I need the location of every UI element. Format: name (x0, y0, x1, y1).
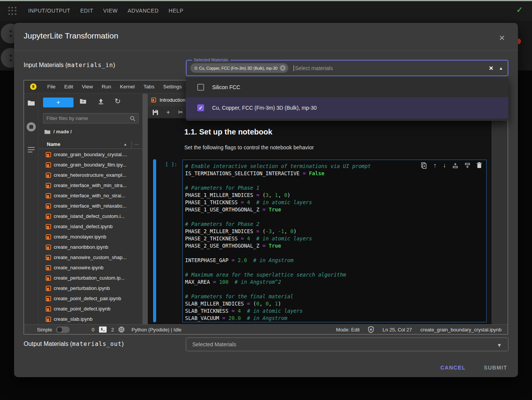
upload-icon[interactable] (98, 98, 104, 104)
check-icon[interactable]: ✓ (516, 5, 523, 14)
cancel-button[interactable]: CANCEL (440, 365, 465, 371)
file-row[interactable]: create_monolayer.ipynb (38, 232, 142, 242)
kernel-count[interactable]: 2 (111, 327, 114, 333)
jupyter-menu-item[interactable]: Settings (163, 84, 182, 90)
file-row[interactable]: create_slab.ipynb (38, 314, 142, 324)
file-row[interactable]: create_perturbation_custom.ip... (38, 273, 142, 283)
move-cell-down-icon[interactable]: ↓ (443, 162, 446, 169)
file-row[interactable]: create_nanowire.ipynb (38, 262, 142, 273)
trust-shield-icon[interactable] (368, 326, 374, 333)
delete-cell-icon[interactable] (477, 162, 482, 168)
jupyter-menu-item[interactable]: Edit (64, 84, 73, 90)
file-row[interactable]: create_grain_boundary_film.ipy... (38, 160, 142, 170)
save-icon[interactable] (152, 109, 158, 115)
file-row[interactable]: create_point_defect.ipynb (38, 304, 142, 314)
jupyter-menu-item[interactable]: Kernel (120, 84, 135, 90)
select-materials-input[interactable]: Select materials (294, 65, 333, 71)
cut-cells-icon[interactable]: ✂ (178, 109, 183, 116)
app-menu-item[interactable]: EDIT (80, 8, 93, 14)
insert-cell-above-icon[interactable] (452, 163, 458, 168)
file-row[interactable]: create_interface_with_no_strai... (38, 190, 142, 201)
file-list-header[interactable]: Name ▲ ⋯ (38, 140, 142, 149)
close-icon[interactable]: × (496, 32, 508, 43)
cursor-position[interactable]: Ln 25, Col 27 (382, 327, 412, 333)
panel-splitter[interactable] (142, 94, 148, 324)
running-kernels-icon[interactable] (26, 122, 36, 132)
kernel-status[interactable]: Python (Pyodide) | Idle (131, 327, 181, 333)
app-grid-logo-icon[interactable] (8, 7, 17, 15)
notebook-icon (46, 265, 51, 270)
input-materials-label: Input Materials (materials_in) (24, 62, 115, 69)
notebook-icon (46, 275, 51, 281)
cell-prompt: [ ]: (165, 162, 177, 167)
simple-mode-label: Simple (37, 327, 52, 333)
kernel-chip-icon[interactable] (118, 326, 125, 333)
notebook-icon (46, 296, 51, 301)
file-row[interactable]: create_heterostructure_exampl... (38, 170, 142, 180)
notebook-icon (46, 152, 51, 157)
select-legend: Selected Materials (192, 58, 230, 62)
notebook-icon (46, 306, 51, 312)
app-menu-item[interactable]: ADVANCED (128, 8, 159, 14)
more-columns-icon[interactable]: ⋯ (134, 142, 139, 147)
material-chip[interactable]: 0: Cu, Copper, FCC (Fm-3m) 3D (Bulk), mp… (190, 63, 288, 73)
terminal-count[interactable]: 0 (92, 327, 94, 333)
app-menu-item[interactable]: INPUT/OUTPUT (28, 8, 70, 14)
notebook-icon (46, 317, 51, 322)
svg-text:+: + (82, 100, 84, 104)
file-row[interactable]: create_nanowire_custom_shap... (38, 252, 142, 262)
jupyter-menu-item[interactable]: File (47, 84, 56, 90)
app-menu-item[interactable]: HELP (169, 8, 184, 14)
caret-down-icon[interactable]: ▼ (497, 342, 502, 348)
jupyterlite-logo-icon (30, 83, 37, 90)
notebook-content[interactable]: 1.1. Set up the notebook Set the followi… (148, 118, 492, 324)
clear-icon[interactable]: × (489, 64, 493, 72)
chip-remove-icon[interactable]: × (280, 65, 286, 71)
notebook-icon (46, 183, 51, 188)
file-row[interactable]: create_interface_with_min_stra... (38, 180, 142, 190)
file-row[interactable]: create_grain_boundary_crystal.... (38, 149, 142, 160)
code-editor[interactable]: # Enable interactive selection of termin… (185, 163, 371, 322)
insert-cell-icon[interactable]: + (166, 109, 170, 116)
dropdown-option-cu-copper[interactable]: ✓ Cu, Copper, FCC (Fm-3m) 3D (Bulk), mp-… (186, 97, 508, 118)
table-of-contents-icon[interactable] (27, 146, 35, 153)
file-row[interactable]: create_interface_with_relaxatio... (38, 201, 142, 211)
output-materials-select[interactable]: Selected Materials ▼ (186, 338, 508, 351)
file-row[interactable]: create_island_defect.ipynb (38, 221, 142, 232)
divider (14, 50, 518, 51)
move-cell-up-icon[interactable]: ↑ (433, 162, 436, 169)
selected-materials-select[interactable]: Selected Materials 0: Cu, Copper, FCC (F… (186, 60, 508, 76)
jupyter-menu-item[interactable]: View (82, 84, 93, 90)
jupyter-status-bar: Simple 0 $_ 2 Python (Pyodide) | Idle Mo… (24, 324, 508, 334)
file-browser-icon[interactable] (27, 100, 35, 106)
duplicate-cell-icon[interactable] (421, 162, 427, 169)
notebook-icon (46, 234, 51, 240)
code-cell[interactable]: # Enable interactive selection of termin… (182, 160, 487, 322)
caret-up-icon[interactable]: ▲ (499, 66, 503, 70)
material-chip-label: 0: Cu, Copper, FCC (Fm-3m) 3D (Bulk), mp… (195, 66, 278, 70)
file-row[interactable]: create_nanoribbon.ipynb (38, 242, 142, 252)
breadcrumb[interactable]: / made / (45, 129, 72, 134)
simple-mode-toggle[interactable] (56, 326, 70, 333)
terminal-icon[interactable]: $_ (99, 326, 107, 333)
selected-cell-indicator (153, 159, 156, 322)
insert-cell-below-icon[interactable] (465, 163, 470, 168)
notebook-icon (46, 193, 51, 198)
refresh-icon[interactable]: ↻ (115, 97, 121, 106)
submit-button[interactable]: SUBMIT (484, 365, 507, 371)
file-row[interactable]: create_perturbation.ipynb (38, 283, 142, 293)
jupyter-menu-item[interactable]: Tabs (144, 84, 155, 90)
new-launcher-button[interactable]: + (43, 98, 73, 107)
dropdown-option-silicon-fcc[interactable]: Silicon FCC (186, 77, 508, 97)
file-row[interactable]: create_island_defect_custom.i... (38, 211, 142, 221)
file-row[interactable]: create_point_defect_pair.ipynb (38, 293, 142, 304)
output-materials-label: Output Materials (materials_out) (24, 341, 124, 347)
dialog-footer: CANCEL SUBMIT (14, 358, 518, 377)
checkbox-checked[interactable]: ✓ (197, 104, 204, 111)
editor-mode[interactable]: Mode: Edit (336, 327, 359, 333)
new-folder-icon[interactable]: + (80, 98, 86, 104)
jupyter-menu-item[interactable]: Run (102, 84, 111, 90)
app-menu-item[interactable]: VIEW (103, 8, 118, 14)
checkbox-unchecked[interactable] (197, 84, 204, 91)
filter-files-input[interactable]: Filter files by name (43, 113, 139, 123)
